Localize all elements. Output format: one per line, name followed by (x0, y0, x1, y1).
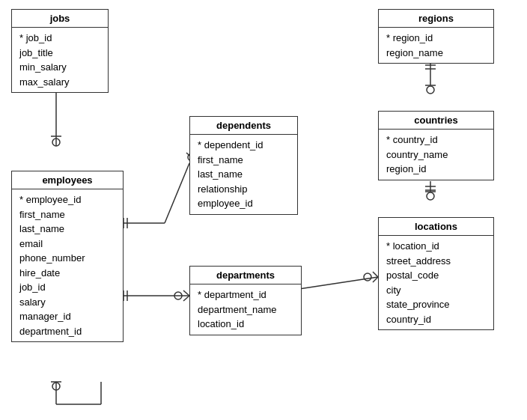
table-departments-body: * department_id department_name location… (190, 284, 301, 335)
field-department_id: department_id (19, 324, 115, 339)
field-last_name: last_name (19, 222, 115, 237)
table-departments-header: departments (190, 267, 301, 284)
table-employees-header: employees (12, 171, 123, 189)
svg-point-31 (427, 86, 434, 94)
table-jobs-body: * job_id job_title min_salary max_salary (12, 28, 108, 92)
table-countries: countries * country_id country_name regi… (378, 111, 494, 180)
table-locations-body: * location_id street_address postal_code… (379, 236, 493, 329)
field-postal_code: postal_code (386, 268, 486, 283)
field-employee_id: * employee_id (19, 192, 115, 207)
field-salary: salary (19, 295, 115, 310)
field-first_name: first_name (198, 153, 290, 168)
table-employees: employees * employee_id first_name last_… (11, 171, 124, 342)
field-last_name: last_name (198, 167, 290, 182)
table-jobs-header: jobs (12, 10, 108, 28)
table-countries-header: countries (379, 112, 493, 130)
table-departments: departments * department_id department_n… (189, 266, 302, 335)
field-region_id: * region_id (386, 31, 486, 46)
table-regions-body: * region_id region_name (379, 28, 493, 63)
table-regions-header: regions (379, 10, 493, 28)
field-employee_id: employee_id (198, 196, 290, 211)
svg-point-25 (364, 273, 371, 281)
svg-line-24 (373, 277, 378, 282)
svg-line-6 (165, 163, 189, 223)
svg-line-23 (373, 272, 378, 277)
table-employees-body: * employee_id first_name last_name email… (12, 189, 123, 341)
svg-point-14 (174, 292, 182, 299)
field-dependent_id: * dependent_id (198, 138, 290, 153)
field-manager_id: manager_id (19, 309, 115, 324)
field-max_salary: max_salary (19, 75, 100, 90)
field-location_id: * location_id (386, 239, 486, 254)
field-region_name: region_name (386, 46, 486, 61)
field-street_address: street_address (386, 254, 486, 269)
table-locations-header: locations (379, 218, 493, 236)
field-min_salary: min_salary (19, 60, 100, 75)
svg-point-3 (52, 139, 60, 146)
table-countries-body: * country_id country_name region_id (379, 130, 493, 180)
field-job_title: job_title (19, 46, 100, 61)
field-region_id: region_id (386, 162, 486, 177)
field-department_id: * department_id (198, 287, 293, 302)
svg-line-12 (183, 290, 189, 296)
field-department_name: department_name (198, 302, 293, 317)
svg-point-20 (52, 383, 60, 390)
field-job_id: * job_id (19, 31, 100, 46)
field-first_name: first_name (19, 207, 115, 222)
table-regions: regions * region_id region_name (378, 9, 494, 64)
field-state_province: state_province (386, 297, 486, 312)
field-email: email (19, 237, 115, 252)
field-country_id: country_id (386, 312, 486, 327)
table-dependents-header: dependents (190, 117, 297, 135)
field-location_id: location_id (198, 317, 293, 332)
table-dependents: dependents * dependent_id first_name las… (189, 116, 298, 215)
field-phone_number: phone_number (19, 251, 115, 266)
field-job_id: job_id (19, 280, 115, 295)
er-diagram: jobs * job_id job_title min_salary max_s… (0, 0, 527, 420)
svg-line-13 (183, 296, 189, 301)
table-dependents-body: * dependent_id first_name last_name rela… (190, 135, 297, 214)
field-city: city (386, 283, 486, 298)
table-locations: locations * location_id street_address p… (378, 217, 494, 330)
field-hire_date: hire_date (19, 266, 115, 281)
field-country_name: country_name (386, 147, 486, 162)
field-relationship: relationship (198, 182, 290, 197)
table-jobs: jobs * job_id job_title min_salary max_s… (11, 9, 109, 93)
svg-point-36 (427, 192, 434, 200)
field-country_id: * country_id (386, 133, 486, 147)
